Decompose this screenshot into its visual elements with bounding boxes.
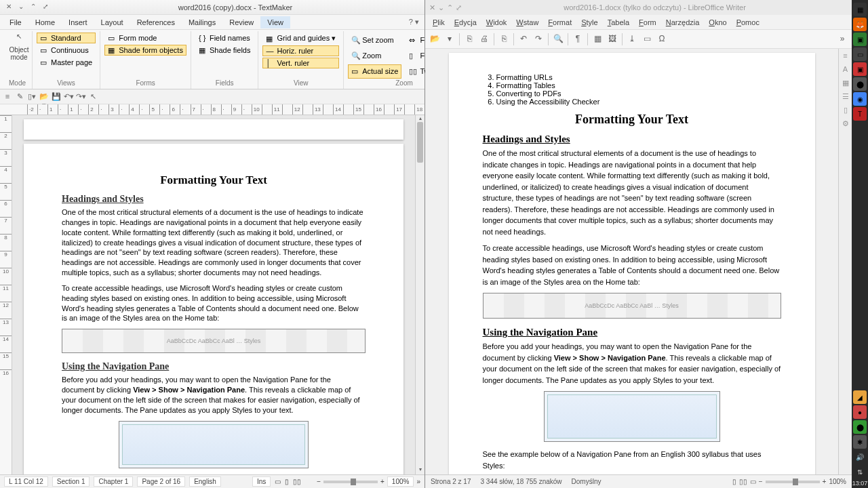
views-standard[interactable]: ▭Standard [37,33,96,43]
max-icon[interactable]: ⌃ [447,3,453,12]
zoom-in-icon[interactable]: + [823,478,827,485]
zoom-value[interactable]: 100% [829,478,846,485]
tray-settings-icon[interactable]: ✱ [853,435,867,449]
menu-review[interactable]: Review [222,16,260,28]
sidebar-inspect-icon[interactable]: ⚙ [841,119,850,129]
horiz-ruler[interactable]: —Horiz. ruler [262,45,339,56]
undo-icon[interactable]: ↶▾ [64,92,73,102]
menu-mailings[interactable]: Mailings [182,16,222,28]
status-section[interactable]: Section 1 [52,476,90,487]
rest-icon[interactable]: ⤢ [456,3,462,12]
zoom-in-icon[interactable]: + [380,478,384,485]
object-mode-button[interactable]: ↖ Object mode [7,33,31,61]
tray-app-icon[interactable]: ▭ [853,47,867,61]
redo-icon[interactable]: ↷▾ [76,92,85,102]
grid-guides[interactable]: ▦Grid and guides ▾ [262,33,339,44]
align-icon[interactable]: ≡ [3,92,12,102]
tray-app-icon[interactable]: T [853,107,867,121]
lo-document-page[interactable]: Formatting URLsFormatting TablesConverti… [449,53,815,474]
actual-size[interactable]: ▭Actual size [348,64,401,79]
tray-chrome-icon[interactable]: ◉ [853,92,867,106]
tray-firefox-icon[interactable]: 🦊 [853,18,867,31]
view-mode-icon[interactable]: ▭ [275,478,281,485]
view-book-icon[interactable]: ▭ [750,478,756,485]
field-names[interactable]: { }Field names [195,33,254,43]
lo-menu-item[interactable]: Form [634,16,661,28]
open-icon[interactable]: 📂▾ [39,92,49,102]
zoom-slider[interactable] [766,481,820,483]
menu-insert[interactable]: Insert [62,16,94,28]
pilcrow-icon[interactable]: ¶ [572,34,583,45]
tray-volume-icon[interactable]: 🔊 [853,450,867,464]
menu-layout[interactable]: Layout [94,16,130,28]
lo-menu-item[interactable]: Okno [704,16,731,28]
print-icon[interactable]: 🖨 [479,34,490,45]
menu-view[interactable]: View [260,16,290,28]
lo-menu-item[interactable]: Wstaw [511,16,543,28]
close-icon[interactable]: ✕ [4,3,14,12]
chevron-icon[interactable]: » [837,34,848,45]
zoom-slider[interactable] [323,481,378,483]
search-icon[interactable]: 🔍 [553,34,564,45]
menu-file[interactable]: File [3,16,28,28]
zoom-value[interactable]: 100% [387,476,414,487]
document-page[interactable]: Formatting Your Text Headings and Styles… [24,144,403,474]
horizontal-ruler[interactable]: ·2·1·1·2·3·4·5·6·7·8·9·10111213141516171… [0,104,425,115]
shade-fields[interactable]: ▦Shade fields [195,45,254,56]
status-ins[interactable]: Ins [252,476,271,487]
lo-menu-item[interactable]: Format [543,16,576,28]
tray-app-icon[interactable]: ◢ [853,390,867,404]
close-icon[interactable]: ✕ [429,3,435,12]
sidebar-nav-icon[interactable]: ☰ [841,92,850,102]
views-continuous[interactable]: ▭Continuous [37,45,96,56]
field-icon[interactable]: ▭ [642,34,652,45]
sidebar-styles-icon[interactable]: A [841,65,850,75]
status-page[interactable]: Page 2 of 16 [137,476,185,487]
sidebar-page-icon[interactable]: ▯ [841,106,850,115]
min-icon[interactable]: ⌄ [438,3,444,12]
save-icon[interactable]: 💾 [52,92,61,102]
sidebar-properties-icon[interactable]: ≡ [841,52,850,61]
menu-references[interactable]: References [130,16,182,28]
view-mode-icon[interactable]: ▯ [285,478,289,485]
zoom-out-icon[interactable]: − [759,478,763,485]
scroll-down-icon[interactable]: ▾ [416,466,425,474]
views-master[interactable]: ▭Master page [37,57,96,68]
status-chapter[interactable]: Chapter 1 [94,476,133,487]
lo-status-words[interactable]: 3 344 słów, 18 755 znaków [480,478,561,485]
lo-status-style[interactable]: Domyślny [572,478,601,485]
lo-menu-item[interactable]: Plik [428,16,450,28]
tray-network-icon[interactable]: ⇅ [853,465,867,479]
lo-menu-item[interactable]: Widok [481,16,512,28]
menu-home[interactable]: Home [28,16,62,28]
vertical-ruler[interactable]: 12345678910111213141516 [0,115,12,474]
min-icon[interactable]: ⌄ [16,3,26,12]
max-icon[interactable]: ⌃ [28,3,38,12]
scrollbar-thumb[interactable] [417,122,423,163]
table-icon[interactable]: ▦ [592,34,603,45]
tray-app-icon[interactable]: ⬤ [853,77,867,91]
lo-menu-item[interactable]: Edycja [450,16,481,28]
tray-clock[interactable]: 13:07 [852,480,868,488]
lo-menu-item[interactable]: Style [576,16,602,28]
export-pdf-icon[interactable]: ⎘ [464,34,475,45]
sidebar-gallery-icon[interactable]: ▦ [841,79,850,88]
tray-app-icon[interactable]: ⬤ [853,420,867,434]
dropdown-icon[interactable]: ▾ [444,34,455,45]
brush-icon[interactable]: ✎ [15,92,24,102]
zoom[interactable]: 🔍Zoom [348,48,401,62]
redo-icon[interactable]: ↷ [533,34,544,45]
lo-menu-item[interactable]: Tabela [603,16,634,28]
rest-icon[interactable]: ⤢ [41,3,50,12]
menu-overflow-icon[interactable]: ? ▾ [406,18,422,26]
shade-form-objects[interactable]: ▦Shade form objects [104,45,186,56]
tray-workspace-icon[interactable]: ▦ [853,3,867,16]
zoom-out-icon[interactable]: − [317,478,321,485]
undo-icon[interactable]: ↶ [518,34,529,45]
tray-app-icon[interactable]: ▣ [853,62,867,76]
zoom-expand-icon[interactable]: » [416,478,420,485]
set-zoom[interactable]: 🔍Set zoom [348,33,401,47]
vert-ruler[interactable]: │Vert. ruler [262,58,339,68]
image-icon[interactable]: 🖼 [607,34,618,45]
view-multi-icon[interactable]: ▯▯ [739,478,747,485]
